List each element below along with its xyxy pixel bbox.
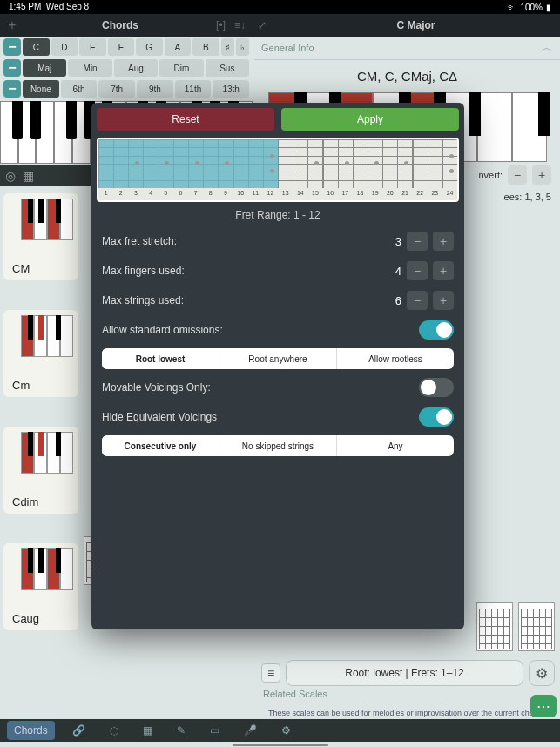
no-skipped[interactable]: No skipped strings bbox=[219, 435, 336, 456]
max-stretch-plus[interactable]: + bbox=[433, 232, 454, 251]
fret-range-selector[interactable]: 123456789101112131415161718192021222324 bbox=[97, 138, 459, 202]
max-strings-value: 6 bbox=[395, 294, 401, 307]
allow-omissions-row: Allow standard omissions: bbox=[91, 315, 464, 345]
max-strings-plus[interactable]: + bbox=[433, 291, 454, 310]
right-fret-diagrams bbox=[476, 602, 555, 651]
quality-row: − Maj Min Aug Dim Sus bbox=[0, 57, 253, 78]
ext-11[interactable]: 11th bbox=[175, 80, 212, 98]
quality-aug[interactable]: Aug bbox=[114, 59, 158, 77]
top-bar: + Chords [•] ≡↓ ⤢ C Major bbox=[0, 14, 560, 37]
status-time: 1:45 PM bbox=[9, 2, 41, 11]
note-e[interactable]: E bbox=[79, 38, 106, 56]
quality-min[interactable]: Min bbox=[68, 59, 111, 77]
related-label: Related Scales bbox=[263, 689, 327, 702]
note-a[interactable]: A bbox=[165, 38, 192, 56]
swap-icon[interactable]: [•] bbox=[216, 19, 226, 31]
hide-equivalent-toggle[interactable] bbox=[419, 407, 454, 427]
note-f[interactable]: F bbox=[108, 38, 135, 56]
quality-dim[interactable]: Dim bbox=[159, 59, 203, 77]
string-skip-segment[interactable]: Consecutive only No skipped strings Any bbox=[102, 435, 454, 456]
note-row: − C D E F G A B ♯ ♭ bbox=[0, 37, 253, 57]
invert-label: nvert: bbox=[478, 170, 503, 180]
max-fingers-row: Max fingers used: 4 − + bbox=[91, 256, 464, 286]
root-lowest[interactable]: Root lowest bbox=[102, 348, 219, 369]
remove-note-button[interactable]: − bbox=[3, 38, 21, 56]
ext-none[interactable]: None bbox=[23, 80, 59, 98]
tab-circle-icon[interactable]: ◌ bbox=[103, 721, 125, 740]
tab-pick-icon[interactable]: ✎ bbox=[170, 721, 192, 740]
reset-button[interactable]: Reset bbox=[97, 108, 274, 131]
invert-minus[interactable]: − bbox=[508, 165, 527, 185]
voicing-filter-modal: Reset Apply 1234567891011121314151617181… bbox=[91, 103, 464, 629]
fret-diagram[interactable] bbox=[518, 602, 555, 651]
fret-range-label: Fret Range: 1 - 12 bbox=[91, 204, 464, 226]
hide-equivalent-row: Hide Equivalent Voicings bbox=[91, 402, 464, 432]
max-fingers-minus[interactable]: − bbox=[407, 261, 428, 280]
tab-mic-icon[interactable]: 🎤 bbox=[237, 721, 264, 740]
chevron-up-icon[interactable]: ︿ bbox=[541, 40, 553, 56]
movable-voicings-toggle[interactable] bbox=[419, 378, 454, 397]
general-info-label: General Info bbox=[261, 43, 314, 53]
chord-label: CM bbox=[12, 262, 30, 275]
ext-6[interactable]: 6th bbox=[61, 80, 98, 98]
max-fret-stretch-row: Max fret stretch: 3 − + bbox=[91, 226, 464, 256]
note-c[interactable]: C bbox=[23, 38, 50, 56]
right-panel-title: C Major bbox=[272, 19, 560, 31]
max-stretch-value: 3 bbox=[395, 235, 401, 248]
chord-card-cdim[interactable]: Cdim bbox=[3, 427, 78, 514]
home-indicator bbox=[233, 744, 328, 746]
tab-settings-icon[interactable]: ⚙ bbox=[274, 721, 298, 740]
sharp-button[interactable]: ♯ bbox=[221, 38, 234, 56]
note-g[interactable]: G bbox=[136, 38, 163, 56]
voicing-summary[interactable]: Root: lowest | Frets: 1–12 bbox=[286, 660, 523, 686]
quality-maj[interactable]: Maj bbox=[23, 59, 66, 77]
grid-icon[interactable]: ▦ bbox=[23, 169, 34, 183]
allow-rootless[interactable]: Allow rootless bbox=[336, 348, 454, 369]
note-d[interactable]: D bbox=[51, 38, 78, 56]
chord-label: Cm bbox=[12, 379, 30, 392]
fret-numbers: 123456789101112131415161718192021222324 bbox=[98, 190, 457, 200]
remove-quality-button[interactable]: − bbox=[3, 59, 21, 77]
related-scales-section: Related Scales ︿ These scales can be use… bbox=[261, 685, 555, 721]
ext-9[interactable]: 9th bbox=[137, 80, 173, 98]
tab-link-icon[interactable]: 🔗 bbox=[65, 721, 92, 740]
tab-book-icon[interactable]: ▭ bbox=[203, 721, 226, 740]
quality-sus[interactable]: Sus bbox=[206, 59, 249, 77]
extension-row: − None 6th 7th 9th 11th 13th bbox=[0, 78, 253, 99]
voicing-settings-button[interactable]: ⚙ bbox=[529, 660, 555, 686]
max-strings-minus[interactable]: − bbox=[407, 291, 428, 310]
chord-card-cmin[interactable]: Cm bbox=[3, 310, 78, 397]
status-bar: 1:45 PM Wed Sep 8 ᯤ 100% ▮ bbox=[0, 0, 560, 14]
ext-13[interactable]: 13th bbox=[213, 80, 249, 98]
play-fab[interactable]: ⋯ bbox=[530, 695, 557, 717]
chord-card-cm[interactable]: CM bbox=[3, 193, 78, 280]
tab-chords[interactable]: Chords bbox=[7, 721, 55, 740]
wifi-icon: ᯤ bbox=[508, 3, 516, 12]
bottom-tab-bar: Chords 🔗 ◌ ▦ ✎ ▭ 🎤 ⚙ bbox=[0, 719, 560, 742]
max-fingers-value: 4 bbox=[395, 265, 401, 278]
max-fingers-plus[interactable]: + bbox=[433, 261, 454, 280]
ext-7[interactable]: 7th bbox=[98, 80, 135, 98]
root-position-segment[interactable]: Root lowest Root anywhere Allow rootless bbox=[102, 348, 454, 369]
fret-diagram[interactable] bbox=[476, 602, 513, 651]
root-anywhere[interactable]: Root anywhere bbox=[219, 348, 336, 369]
chord-aliases: CM, C, CMaj, CΔ bbox=[254, 60, 560, 92]
flat-button[interactable]: ♭ bbox=[236, 38, 249, 56]
remove-ext-button[interactable]: − bbox=[3, 80, 21, 98]
note-b[interactable]: B bbox=[192, 38, 219, 56]
target-icon[interactable]: ◎ bbox=[5, 169, 16, 183]
invert-plus[interactable]: + bbox=[532, 165, 551, 185]
expand-icon[interactable]: ⤢ bbox=[253, 19, 272, 31]
degrees-label: ees: 1, 3, 5 bbox=[504, 192, 551, 202]
max-stretch-minus[interactable]: − bbox=[407, 232, 428, 251]
apply-button[interactable]: Apply bbox=[281, 108, 459, 131]
voicing-summary-row: ≡ Root: lowest | Frets: 1–12 ⚙ bbox=[261, 660, 555, 686]
max-strings-row: Max strings used: 6 − + bbox=[91, 286, 464, 315]
add-chord-button[interactable]: + bbox=[0, 17, 24, 33]
any-skip[interactable]: Any bbox=[336, 435, 454, 456]
filter-icon[interactable]: ≡ bbox=[261, 663, 280, 683]
consecutive-only[interactable]: Consecutive only bbox=[102, 435, 219, 456]
tab-grid-icon[interactable]: ▦ bbox=[136, 721, 159, 740]
allow-omissions-toggle[interactable] bbox=[419, 320, 454, 340]
sort-icon[interactable]: ≡↓ bbox=[234, 19, 246, 31]
